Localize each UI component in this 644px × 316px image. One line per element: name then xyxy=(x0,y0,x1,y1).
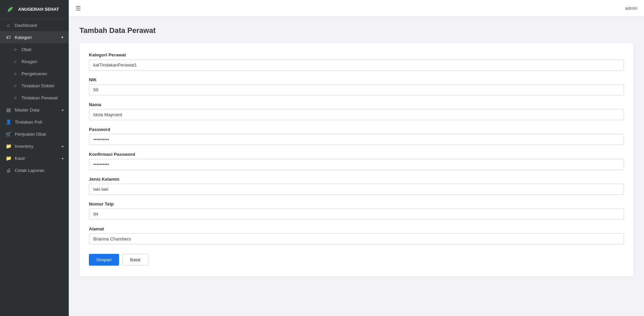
circle-icon-tindakan-perawat: ○ xyxy=(12,95,18,100)
logo-icon xyxy=(5,4,15,15)
sidebar-label-kasir: Kasir xyxy=(15,156,25,161)
sidebar-item-obat[interactable]: ○ Obat xyxy=(0,43,69,55)
sidebar-label-kategori: Kategori xyxy=(15,35,32,40)
sidebar-label-reagen: Reagen xyxy=(21,59,37,64)
person-icon: 👤 xyxy=(5,119,11,125)
chevron-down-icon: ▾ xyxy=(61,35,63,40)
sidebar-item-tindakan-dokter[interactable]: ○ Tindakan Dokter xyxy=(0,80,69,92)
folder-icon-kasir: 📁 xyxy=(5,155,11,161)
sidebar-item-master-data[interactable]: ▤ Master Data ◂ xyxy=(0,104,69,116)
input-nomor-telp[interactable] xyxy=(89,209,624,220)
cart-icon: 🛒 xyxy=(5,131,11,137)
topbar-user: admin xyxy=(625,6,637,11)
sidebar-label-obat: Obat xyxy=(21,47,31,52)
form-actions: Simpan Batal xyxy=(89,254,624,266)
sidebar-item-kasir[interactable]: 📁 Kasir ◂ xyxy=(0,152,69,164)
input-nik[interactable] xyxy=(89,84,624,95)
input-konfirmasi-password[interactable] xyxy=(89,159,624,170)
circle-icon-pengeluaran: ○ xyxy=(12,71,18,76)
app-name: ANUGERAH SEHAT xyxy=(18,7,59,12)
circle-icon-reagen: ○ xyxy=(12,59,18,64)
database-icon: ▤ xyxy=(5,107,11,112)
sidebar-label-cetak-laporan: Cetak Laporan xyxy=(15,168,45,173)
topbar: ☰ admin xyxy=(69,0,644,17)
form-group-kategori-perawat: Kategori Perawat katTindakanPerawat1 xyxy=(89,52,624,71)
sidebar-logo: ANUGERAH SEHAT xyxy=(0,0,69,19)
sidebar-item-kategori[interactable]: 🏷 Kategori ▾ xyxy=(0,31,69,43)
simpan-button[interactable]: Simpan xyxy=(89,254,119,266)
circle-icon-tindakan-dokter: ○ xyxy=(12,83,18,88)
sidebar-label-pengeluaran: Pengeluaran xyxy=(21,71,47,76)
label-alamat: Alamat xyxy=(89,226,624,231)
select-kategori-perawat[interactable]: katTindakanPerawat1 xyxy=(89,59,624,71)
chevron-left-icon-kasir: ◂ xyxy=(61,156,63,161)
sidebar-label-penjualan-obat: Penjualan Obat xyxy=(15,132,46,137)
sidebar-item-pengeluaran[interactable]: ○ Pengeluaran xyxy=(0,67,69,80)
input-alamat[interactable] xyxy=(89,233,624,244)
label-password: Password xyxy=(89,127,624,132)
sidebar-item-tindakan-perawat[interactable]: ○ Tindakan Perawat xyxy=(0,92,69,104)
tag-icon: 🏷 xyxy=(5,35,11,40)
folder-icon-inventory: 📁 xyxy=(5,143,11,149)
label-nama: Nama xyxy=(89,102,624,107)
form-group-konfirmasi-password: Konfirmasi Password xyxy=(89,152,624,170)
main-wrapper: ☰ admin Tambah Data Perawat Kategori Per… xyxy=(69,0,644,316)
form-group-password: Password xyxy=(89,127,624,145)
sidebar-label-dashboard: Dashboard xyxy=(15,23,37,28)
sidebar-item-cetak-laporan[interactable]: 🖨 Cetak Laporan xyxy=(0,164,69,176)
label-kategori-perawat: Kategori Perawat xyxy=(89,52,624,57)
form-group-nomor-telp: Nomor Telp xyxy=(89,201,624,220)
sidebar-item-dashboard[interactable]: ⌂ Dashboard xyxy=(0,19,69,31)
house-icon: ⌂ xyxy=(5,22,11,28)
label-jenis-kelamin: Jenis Kelamin xyxy=(89,177,624,182)
sidebar-label-inventory: Inventory xyxy=(15,144,34,149)
form-group-alamat: Alamat xyxy=(89,226,624,244)
label-konfirmasi-password: Konfirmasi Password xyxy=(89,152,624,157)
sidebar-item-reagen[interactable]: ○ Reagen xyxy=(0,55,69,67)
sidebar-item-inventory[interactable]: 📁 Inventory ◂ xyxy=(0,140,69,152)
sidebar-item-penjualan-obat[interactable]: 🛒 Penjualan Obat xyxy=(0,128,69,140)
form-group-jenis-kelamin: Jenis Kelamin laki-laki xyxy=(89,177,624,195)
sidebar-label-master-data: Master Data xyxy=(15,107,40,112)
hamburger-icon[interactable]: ☰ xyxy=(75,5,81,12)
form-card: Kategori Perawat katTindakanPerawat1 NIK… xyxy=(79,43,633,276)
printer-icon: 🖨 xyxy=(5,168,11,173)
sidebar-item-tindakan-poli[interactable]: 👤 Tindakan Poli xyxy=(0,116,69,128)
select-jenis-kelamin[interactable]: laki-laki xyxy=(89,184,624,195)
input-nama[interactable] xyxy=(89,109,624,120)
label-nik: NIK xyxy=(89,77,624,82)
label-nomor-telp: Nomor Telp xyxy=(89,201,624,207)
page-title: Tambah Data Perawat xyxy=(79,26,633,35)
form-group-nama: Nama xyxy=(89,102,624,120)
circle-icon-obat: ○ xyxy=(12,47,18,52)
main-content: Tambah Data Perawat Kategori Perawat kat… xyxy=(69,17,644,316)
chevron-left-icon-inventory: ◂ xyxy=(61,144,63,148)
sidebar-label-tindakan-dokter: Tindakan Dokter xyxy=(21,83,55,88)
chevron-left-icon-master: ◂ xyxy=(61,108,63,112)
sidebar-label-tindakan-perawat: Tindakan Perawat xyxy=(21,95,58,100)
input-password[interactable] xyxy=(89,134,624,145)
sidebar: ANUGERAH SEHAT ⌂ Dashboard 🏷 Kategori ▾ … xyxy=(0,0,69,316)
form-group-nik: NIK xyxy=(89,77,624,95)
batal-button[interactable]: Batal xyxy=(122,254,148,266)
sidebar-label-tindakan-poli: Tindakan Poli xyxy=(15,120,42,125)
